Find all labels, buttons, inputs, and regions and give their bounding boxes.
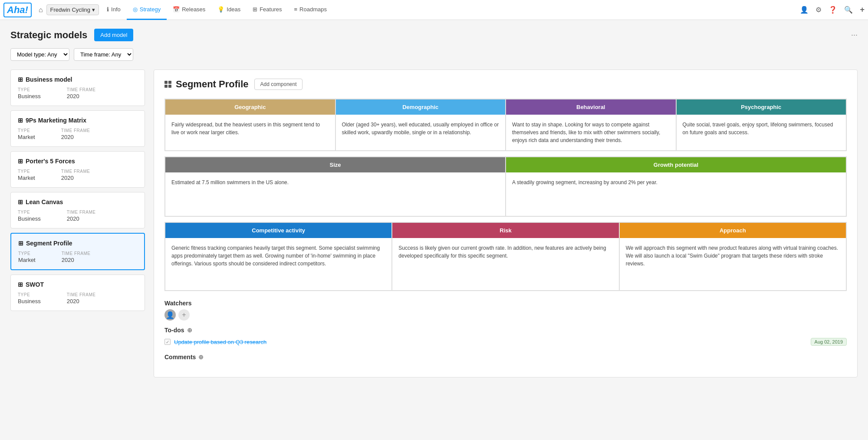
help-icon[interactable]: ❓ <box>829 6 837 14</box>
psychographic-header: Psychographic <box>677 99 846 115</box>
releases-icon: 📅 <box>173 6 180 13</box>
time-frame-filter[interactable]: Time frame: Any <box>74 48 133 61</box>
more-options-button[interactable]: ··· <box>851 30 858 40</box>
model-type-filter[interactable]: Model type: Any <box>10 48 69 61</box>
nav-items: ℹ Info ◎ Strategy 📅 Releases 💡 Ideas ⊞ F… <box>101 0 800 20</box>
features-icon: ⊞ <box>253 6 257 13</box>
search-icon[interactable]: 🔍 <box>844 6 853 14</box>
behavioral-header: Behavioral <box>506 99 676 115</box>
segment-grid-row3: Competitive activity Generic fitness tra… <box>164 222 847 291</box>
page-header: Strategic models Add model ··· <box>10 29 858 41</box>
grid-icon: ⊞ <box>18 117 23 124</box>
grid-icon: ⊞ <box>18 240 23 247</box>
comments-section: Comments ⊕ <box>164 354 847 361</box>
competitive-cell[interactable]: Competitive activity Generic fitness tra… <box>165 222 392 291</box>
grid-icon: ⊞ <box>18 76 23 83</box>
risk-cell[interactable]: Risk Success is likely given our current… <box>392 222 619 291</box>
nav-item-features[interactable]: ⊞ Features <box>247 0 288 20</box>
detail-panel: Segment Profile Add component Geographic… <box>154 69 858 377</box>
risk-body: Success is likely given our current grow… <box>392 238 618 290</box>
nav-item-info[interactable]: ℹ Info <box>101 0 127 20</box>
nav-item-releases[interactable]: 📅 Releases <box>167 0 211 20</box>
home-button[interactable]: ⌂ <box>35 4 46 16</box>
main-content: Strategic models Add model ··· Model typ… <box>0 20 868 386</box>
comments-title-text: Comments <box>164 354 196 361</box>
add-component-button[interactable]: Add component <box>254 79 302 90</box>
user-avatar[interactable]: 👤 <box>800 6 809 14</box>
panel-header: Segment Profile Add component <box>164 79 847 90</box>
sidebar-item-segment-profile[interactable]: ⊞ Segment Profile TYPE Market TIME FRAME… <box>10 233 145 270</box>
todo-checkbox[interactable]: ✓ <box>164 339 171 345</box>
sidebar-item-business-model[interactable]: ⊞ Business model TYPE Business TIME FRAM… <box>10 69 145 106</box>
nav-item-ideas[interactable]: 💡 Ideas <box>211 0 247 20</box>
approach-header: Approach <box>620 223 846 238</box>
todo-text: Update profile based on Q3 research <box>174 339 266 345</box>
watchers-avatars: 👤 + <box>164 309 847 321</box>
grid-icon: ⊞ <box>18 158 23 165</box>
todo-due-date: Aug 02, 2019 <box>811 338 847 346</box>
chevron-down-icon: ▾ <box>92 7 95 13</box>
demographic-body: Older (aged 30+ years), well educated, u… <box>336 115 506 149</box>
nav-right-actions: 👤 ⚙ ❓ 🔍 + <box>800 5 865 14</box>
behavioral-body: Want to stay in shape. Looking for ways … <box>506 115 676 150</box>
competitive-body: Generic fitness tracking companies heavi… <box>165 238 391 290</box>
geographic-header: Geographic <box>165 99 335 115</box>
geographic-cell[interactable]: Geographic Fairly widespread, but the he… <box>165 99 335 151</box>
segment-icon <box>164 81 171 88</box>
size-body: Estimated at 7.5 million swimmers in the… <box>165 172 505 216</box>
roadmaps-icon: ≡ <box>294 6 297 13</box>
ideas-icon: 💡 <box>217 6 224 13</box>
sidebar-item-9ps[interactable]: ⊞ 9Ps Marketing Matrix TYPE Market TIME … <box>10 110 145 147</box>
demographic-cell[interactable]: Demographic Older (aged 30+ years), well… <box>335 99 506 151</box>
grid-icon: ⊞ <box>18 281 23 288</box>
psychographic-cell[interactable]: Psychographic Quite social, travel goals… <box>676 99 847 151</box>
segment-grid-row1: Geographic Fairly widespread, but the he… <box>164 99 847 151</box>
strategy-icon: ◎ <box>133 6 138 13</box>
approach-body: We will approach this segment with new p… <box>620 238 846 290</box>
competitive-header: Competitive activity <box>165 223 391 238</box>
add-model-button[interactable]: Add model <box>94 29 133 41</box>
psychographic-body: Quite social, travel goals, enjoy sport,… <box>677 115 846 149</box>
approach-cell[interactable]: Approach We will approach this segment w… <box>619 222 846 291</box>
sidebar-item-lean-canvas[interactable]: ⊞ Lean Canvas TYPE Business TIME FRAME 2… <box>10 192 145 228</box>
nav-item-strategy[interactable]: ◎ Strategy <box>127 0 167 20</box>
info-icon: ℹ <box>107 6 109 13</box>
page-title: Strategic models <box>10 30 87 41</box>
add-watcher-button[interactable]: + <box>178 309 190 321</box>
size-header: Size <box>165 157 505 172</box>
watcher-avatar-1[interactable]: 👤 <box>164 309 176 321</box>
workspace-name: Fredwin Cycling <box>50 7 90 13</box>
top-navigation: Aha! ⌂ Fredwin Cycling ▾ ℹ Info ◎ Strate… <box>0 0 868 20</box>
sidebar: ⊞ Business model TYPE Business TIME FRAM… <box>10 69 145 377</box>
add-icon[interactable]: + <box>860 5 865 14</box>
size-cell[interactable]: Size Estimated at 7.5 million swimmers i… <box>165 157 506 216</box>
watchers-title: Watchers <box>164 300 847 307</box>
todo-item: ✓ Update profile based on Q3 research Au… <box>164 336 847 347</box>
demographic-header: Demographic <box>336 99 506 115</box>
sidebar-item-swot[interactable]: ⊞ SWOT TYPE Business TIME FRAME 2020 <box>10 275 145 311</box>
geographic-body: Fairly widespread, but the heaviest user… <box>165 115 335 149</box>
todos-section: To-dos ⊕ ✓ Update profile based on Q3 re… <box>164 327 847 347</box>
add-comment-button[interactable]: ⊕ <box>198 354 204 361</box>
watchers-section: Watchers 👤 + <box>164 300 847 321</box>
app-logo[interactable]: Aha! <box>3 3 32 17</box>
settings-icon[interactable]: ⚙ <box>815 6 822 14</box>
workspace-selector[interactable]: Fredwin Cycling ▾ <box>46 4 99 15</box>
growth-body: A steadily growing segment, increasing b… <box>506 172 846 216</box>
behavioral-cell[interactable]: Behavioral Want to stay in shape. Lookin… <box>506 99 676 151</box>
risk-header: Risk <box>392 223 618 238</box>
filters: Model type: Any Time frame: Any <box>10 48 858 61</box>
segment-grid-row2: Size Estimated at 7.5 million swimmers i… <box>164 156 847 217</box>
nav-item-roadmaps[interactable]: ≡ Roadmaps <box>288 0 332 20</box>
add-todo-button[interactable]: ⊕ <box>187 327 192 334</box>
todos-title-text: To-dos <box>164 327 184 334</box>
growth-cell[interactable]: Growth potential A steadily growing segm… <box>506 157 846 216</box>
layout: ⊞ Business model TYPE Business TIME FRAM… <box>10 69 858 377</box>
growth-header: Growth potential <box>506 157 846 172</box>
sidebar-item-porters[interactable]: ⊞ Porter's 5 Forces TYPE Market TIME FRA… <box>10 151 145 188</box>
grid-icon: ⊞ <box>18 198 23 205</box>
